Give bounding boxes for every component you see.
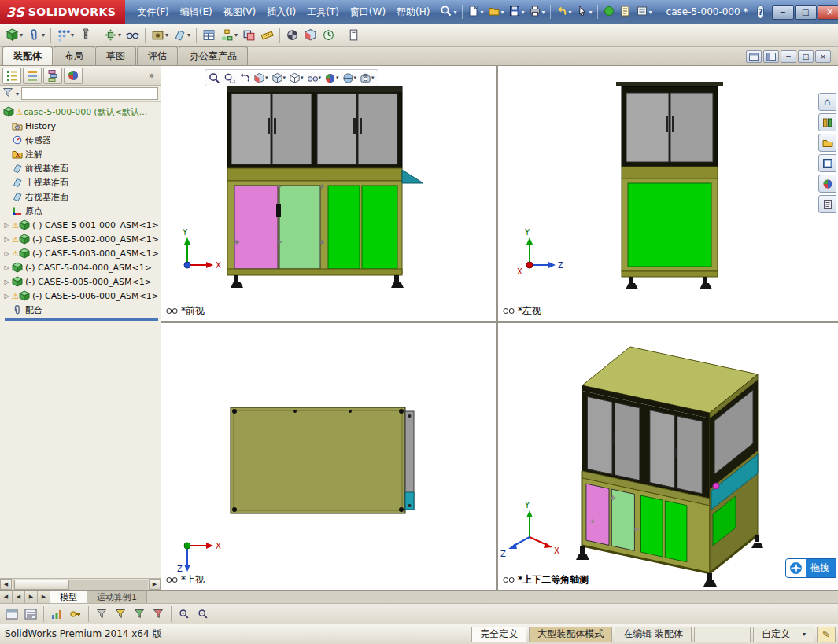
minimize-doc-button[interactable]: ─ [781,50,796,63]
dropdown-icon[interactable]: ▾ [481,9,484,16]
hide-show-items-button[interactable]: ▾ [307,72,322,84]
expand-arrow-icon[interactable]: ▷ [2,236,11,243]
menu-insert[interactable]: 插入(I) [261,3,301,21]
tile-vertical-icon[interactable] [763,50,779,63]
tree-item-annotations[interactable]: 注解 [2,147,161,161]
dropdown-icon[interactable]: ▾ [71,31,74,39]
dropdown-icon[interactable]: ▾ [803,631,806,638]
bill-of-materials-button[interactable] [201,26,217,45]
featuremanager-tree-tab[interactable] [2,68,21,84]
dropdown-icon[interactable]: ▾ [165,31,168,39]
dropdown-icon[interactable]: ▾ [522,9,525,16]
filter-driving-icon[interactable] [112,606,129,622]
dropdown-icon[interactable]: ▾ [118,31,121,39]
dropdown-icon[interactable]: ▾ [301,75,304,81]
tree-item-sensors[interactable]: 传感器 [2,133,161,147]
save-button[interactable]: ▾ [507,3,526,20]
interference-detection-button[interactable] [241,26,257,45]
solidworks-resources-tab[interactable]: ⌂ [818,93,836,111]
apply-scene-button[interactable]: ▾ [342,72,357,84]
filter-selected-icon[interactable] [131,606,148,622]
insert-component-button[interactable]: ▾ [4,26,24,45]
expand-arrow-icon[interactable]: ▷ [2,250,11,257]
tree-item-mates[interactable]: 配合 [2,303,161,317]
key-properties-icon[interactable] [67,606,84,622]
dropdown-icon[interactable]: ▾ [589,9,593,16]
mass-properties-button[interactable] [284,26,301,45]
edit-appearance-button[interactable]: ▾ [324,72,339,84]
tree-item-case-5-004[interactable]: ▷ (-) CASE-5-004-000_ASM<1> [2,260,161,274]
tab-sketch[interactable]: 草图 [95,46,136,65]
expand-arrow-icon[interactable]: ▷ [2,222,11,229]
scroll-right-button[interactable]: ▶ [149,579,161,590]
last-tab-button[interactable]: ▶ [38,591,50,603]
previous-view-button[interactable] [238,72,250,84]
file-explorer-tab[interactable] [818,134,836,152]
undo-button[interactable]: ▾ [554,3,574,20]
zoom-area-button[interactable] [223,72,235,84]
expand-arrow-icon[interactable]: ▷ [2,293,11,300]
restore-doc-button[interactable]: □ [798,50,814,63]
model-browser-icon[interactable] [3,606,20,622]
tree-item-top-plane[interactable]: 上视基准面 [2,175,161,190]
zoom-fit-button[interactable] [209,72,220,84]
dropdown-icon[interactable]: ▾ [649,9,652,16]
scroll-left-button[interactable]: ◀ [0,579,12,590]
mate-button[interactable]: ▾ [26,26,46,45]
tree-item-history[interactable]: History [2,119,161,133]
first-tab-button[interactable]: ◀ [0,591,13,603]
tree-filter-input[interactable] [21,87,158,100]
appearances-scenes-tab[interactable] [818,175,836,193]
panel-overflow-chevrons[interactable]: » [149,70,158,81]
select-tool-button[interactable]: ▾ [574,3,594,20]
zoom-in-icon[interactable] [175,606,193,622]
dropdown-icon[interactable]: ▾ [42,31,45,39]
expand-arrow-icon[interactable]: ▷ [2,264,11,271]
model-top-view[interactable]: X Z [161,323,496,590]
tile-horizontal-icon[interactable] [746,50,762,63]
viewport-left[interactable]: Y Z X *左视 [498,66,838,321]
dropdown-icon[interactable]: ▾ [16,90,19,98]
dropdown-icon[interactable]: ▾ [20,31,23,39]
panel-splitter[interactable] [5,318,158,321]
smart-fasteners-button[interactable] [77,26,94,45]
options-button[interactable]: ▾ [634,3,654,20]
graphics-area[interactable]: Y X ▾ ▾ ▾ ▾ ▾ ▾ ▾ [161,66,838,590]
dropdown-icon[interactable]: ▾ [453,9,456,16]
tree-item-case-5-001[interactable]: ▷ ⚠ (-) CASE-5-001-000_ASM<1> [2,218,161,232]
tree-item-case-5-002[interactable]: ▷ ⚠ (-) CASE-5-002-000_ASM<1> [2,232,161,246]
menu-edit[interactable]: 编辑(E) [175,3,218,21]
move-component-button[interactable]: ▾ [102,26,123,45]
next-tab-button[interactable]: ▶ [25,591,38,603]
new-document-button[interactable]: ▾ [466,3,485,20]
tree-item-front-plane[interactable]: 前视基准面 [2,161,161,175]
display-style-button[interactable]: ▾ [289,72,304,84]
design-library-tab[interactable] [818,113,836,131]
document-properties-button[interactable] [345,26,362,45]
dimxpertmanager-tab[interactable] [64,68,83,84]
dropdown-icon[interactable]: ▾ [501,9,504,16]
menu-view[interactable]: 视图(V) [218,3,262,21]
scroll-thumb[interactable] [14,580,69,590]
tree-item-case-5-005[interactable]: ▷ (-) CASE-5-005-000_ASM<1> [2,274,161,289]
dropdown-icon[interactable]: ▾ [283,75,286,81]
scroll-track[interactable] [13,580,148,590]
tab-motion-study-1[interactable]: 运动算例1 [87,591,147,603]
viewport-horizontal-splitter[interactable] [161,321,838,323]
view-orientation-button[interactable]: ▾ [271,72,286,84]
model-front-view[interactable]: Y X [161,66,496,321]
dropdown-icon[interactable]: ▾ [265,75,268,81]
dropdown-icon[interactable]: ▾ [354,75,357,81]
prev-tab-button[interactable]: ◀ [13,591,25,603]
minimize-button[interactable]: ─ [772,5,794,20]
tree-item-case-5-006[interactable]: ▷ ⚠ (-) CASE-5-006-000_ASM<1> [2,289,161,303]
results-chart-icon[interactable] [48,606,65,622]
model-left-view[interactable]: Y Z X [498,66,838,321]
tree-item-case-5-003[interactable]: ▷ ⚠ (-) CASE-5-003-000_ASM<1> [2,246,161,260]
filter-funnel-icon[interactable] [2,87,13,101]
animation-list-icon[interactable] [22,606,39,622]
viewport-vertical-splitter[interactable] [496,66,498,590]
tab-office-products[interactable]: 办公室产品 [179,46,248,65]
edit-status-icon[interactable]: ✎ [817,627,836,642]
propertymanager-tab[interactable] [23,68,42,84]
